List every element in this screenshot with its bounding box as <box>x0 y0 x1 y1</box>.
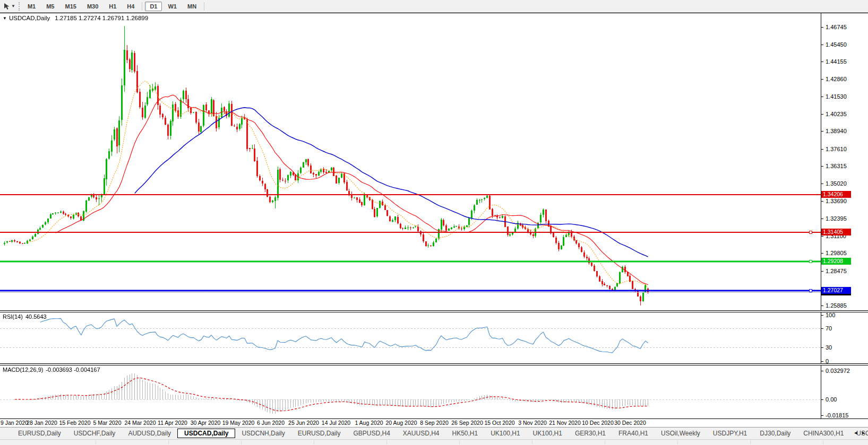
tab-dj30-daily[interactable]: DJ30,Daily <box>753 429 797 438</box>
macd-axis-tick: 0.00 <box>826 396 837 403</box>
date-axis-label: 21 Nov 2020 <box>549 420 581 426</box>
date-axis-label: 8 Sep 2020 <box>420 420 449 426</box>
macd-axis: 0.0329720.00-0.01815 <box>821 365 868 418</box>
tab-xauusd-h4[interactable]: XAUUSD,H4 <box>397 429 446 438</box>
price-line-label[interactable]: 1.34206 <box>821 191 851 198</box>
rsi-axis: 10070300 <box>821 312 868 363</box>
price-axis-tick: 1.35020 <box>826 180 847 187</box>
tab-ger30-h1[interactable]: GER30,H1 <box>569 429 612 438</box>
tab-eurusd-daily[interactable]: EURUSD,Daily <box>12 429 67 438</box>
date-axis-label: 30 Apr 2020 <box>191 420 221 426</box>
status-bar-divider <box>823 440 823 444</box>
rsi-axis-tick: 70 <box>826 325 832 332</box>
price-axis-tick: 1.33690 <box>826 198 847 205</box>
timeframe-button-m5[interactable]: M5 <box>41 2 59 11</box>
tab-hk50-h1[interactable]: HK50,H1 <box>446 429 485 438</box>
mt4-window: ▼ M1M5M15M30H1H4D1W1MN ▼USDCAD,Daily1.27… <box>0 0 868 445</box>
timeframe-button-w1[interactable]: W1 <box>163 2 182 11</box>
cursor-tool-icon[interactable] <box>2 2 11 11</box>
tab-eurusd-daily[interactable]: EURUSD,Daily <box>291 429 347 438</box>
date-axis-label: 26 Sep 2020 <box>451 420 483 426</box>
timeframe-toolbar: ▼ M1M5M15M30H1H4D1W1MN <box>0 0 868 13</box>
rsi-value: 40.5643 <box>25 313 47 320</box>
tab-uk100-h1[interactable]: UK100,H1 <box>484 429 526 438</box>
date-axis-label: 10 Dec 2020 <box>582 420 614 426</box>
date-axis-label: 24 Mar 2020 <box>125 420 156 426</box>
timeframe-button-m15[interactable]: M15 <box>60 2 81 11</box>
rsi-canvas[interactable] <box>0 312 821 363</box>
main-chart-canvas[interactable] <box>0 13 821 310</box>
timeframe-button-d1[interactable]: D1 <box>145 2 162 11</box>
price-axis-tick: 1.28475 <box>826 268 847 275</box>
price-axis-tick: 1.36315 <box>826 163 847 170</box>
price-axis-tick: 1.46745 <box>826 24 847 31</box>
status-bar-divider <box>314 440 314 444</box>
price-axis: 1.467451.454501.441551.428601.415301.402… <box>821 13 868 310</box>
timeframe-button-h1[interactable]: H1 <box>104 2 121 11</box>
chart-title: ▼USDCAD,Daily1.27185 1.27274 1.26791 1.2… <box>3 15 148 21</box>
main-chart-panel: ▼USDCAD,Daily1.27185 1.27274 1.26791 1.2… <box>0 13 868 311</box>
date-axis-label: 20 Aug 2020 <box>386 420 417 426</box>
macd-panel: MACD(12,26,9)-0.003693 -0.004167 0.03297… <box>0 365 868 419</box>
price-axis-tick: 1.40235 <box>826 111 847 118</box>
status-bar <box>0 439 868 445</box>
timeframe-button-h4[interactable]: H4 <box>122 2 139 11</box>
price-axis-tick: 1.29805 <box>826 250 847 257</box>
status-bar-divider <box>241 440 242 444</box>
timeframe-button-m1[interactable]: M1 <box>23 2 40 11</box>
dropdown-caret-icon[interactable]: ▼ <box>11 4 15 8</box>
rsi-axis-tick: 30 <box>826 344 832 351</box>
status-bar-divider <box>532 440 532 444</box>
tab-gbpusd-h4[interactable]: GBPUSD,H4 <box>347 429 396 438</box>
date-axis-label: 19 May 2020 <box>222 420 255 426</box>
status-bar-divider <box>750 440 751 444</box>
chart-ohlc-values: 1.27185 1.27274 1.26791 1.26899 <box>55 15 148 21</box>
date-axis-label: 11 Apr 2020 <box>158 420 187 426</box>
chart-tab-bar: EURUSD,DailyUSDCHF,DailyAUDUSD,DailyUSDC… <box>0 427 868 439</box>
date-axis-label: 25 Jun 2020 <box>288 420 319 426</box>
date-axis-label: 30 Dec 2020 <box>614 420 646 426</box>
date-axis-label: 15 Feb 2020 <box>59 420 91 426</box>
rsi-axis-tick: 0 <box>826 358 829 365</box>
price-axis-tick: 1.41530 <box>826 93 847 100</box>
price-axis-tick: 1.45450 <box>826 41 847 48</box>
price-axis-tick: 1.38940 <box>826 128 847 135</box>
chart-symbol-label: USDCAD,Daily <box>9 15 50 21</box>
tab-usdjpy-h1[interactable]: USDJPY,H1 <box>707 429 753 438</box>
date-axis-label: 1 Aug 2020 <box>355 420 383 426</box>
price-axis-tick: 1.44155 <box>826 58 847 65</box>
date-axis-label: 14 Jul 2020 <box>322 420 350 426</box>
date-axis-label: 6 Jun 2020 <box>257 420 285 426</box>
date-axis-label: 9 Jan 2020 <box>1 420 28 426</box>
tab-scroll-left-icon[interactable]: ◄ <box>853 430 858 435</box>
tab-usoil-weekly[interactable]: USOil,Weekly <box>655 429 707 438</box>
status-bar-divider <box>168 440 169 444</box>
tab-scroll-right-icon[interactable]: ► <box>861 430 866 435</box>
tab-fra40-h1[interactable]: FRA40,H1 <box>612 429 655 438</box>
tab-usdcnh-daily[interactable]: USDCNH,Daily <box>235 429 291 438</box>
timeframe-button-mn[interactable]: MN <box>183 2 201 11</box>
price-line-label[interactable]: 1.31405 <box>821 229 851 235</box>
macd-axis-tick: 0.032972 <box>826 368 850 374</box>
price-line-label[interactable]: 1.29208 <box>821 258 851 265</box>
toolbar-grip[interactable] <box>19 2 20 11</box>
collapse-icon[interactable]: ▼ <box>3 16 7 21</box>
macd-canvas[interactable] <box>0 365 821 418</box>
tab-china300-h1[interactable]: CHINA300,H1 <box>797 429 850 438</box>
timeframe-button-m30[interactable]: M30 <box>82 2 103 11</box>
tab-audusd-daily[interactable]: AUDUSD,Daily <box>122 429 177 438</box>
status-bar-divider <box>605 440 605 444</box>
toolbar-separator <box>204 2 204 11</box>
date-axis-label: 28 Jan 2020 <box>27 420 57 426</box>
rsi-axis-tick: 100 <box>826 312 835 319</box>
tab-usdcad-daily[interactable]: USDCAD,Daily <box>177 429 235 438</box>
tab-uk100-h1[interactable]: UK100,H1 <box>527 429 569 438</box>
macd-label: MACD(12,26,9)-0.003693 -0.004167 <box>3 367 100 373</box>
tab-usdchf-daily[interactable]: USDCHF,Daily <box>67 429 122 438</box>
price-line-label[interactable]: 1.27027 <box>821 287 851 294</box>
macd-values: -0.003693 -0.004167 <box>46 367 100 373</box>
price-axis-tick: 1.37610 <box>826 146 847 153</box>
price-axis-tick: 1.25885 <box>826 302 847 309</box>
status-bar-divider <box>459 440 460 444</box>
price-axis-tick: 1.42860 <box>826 76 847 83</box>
